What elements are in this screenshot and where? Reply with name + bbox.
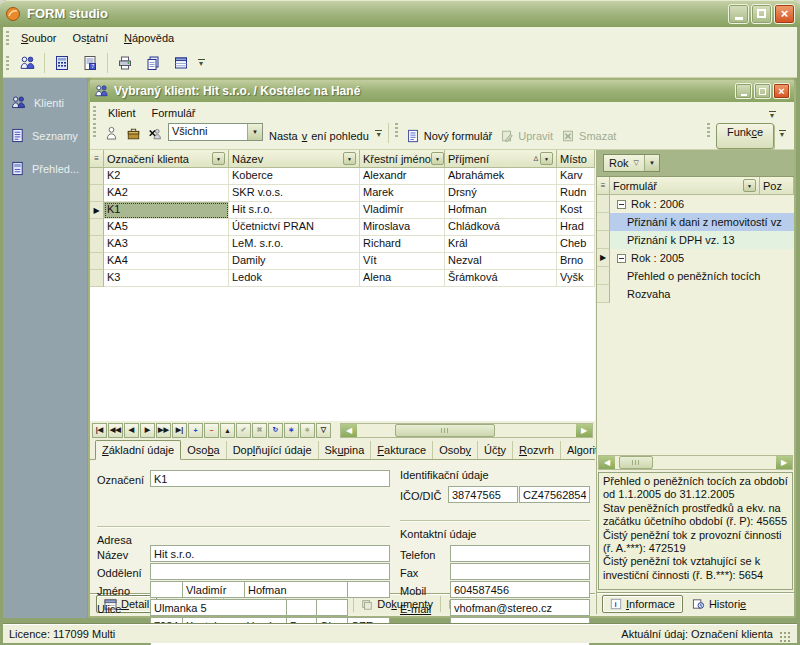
menu-ostatni[interactable]: Ostatní — [64, 30, 115, 46]
form-item-label[interactable]: Přiznání k DPH vz. 13 — [610, 231, 794, 249]
group-field-dropdown-button[interactable]: ▼ — [644, 155, 659, 171]
grid-corner-icon[interactable]: ≡ — [597, 177, 610, 195]
table-row-selected[interactable]: ▶ K1 Hit s.r.o. Vladimír Hofman Kost — [90, 202, 595, 219]
table-row[interactable]: KA2 SKR v.o.s. Marek Drsný Rudn — [90, 185, 595, 202]
cell-nazev[interactable]: LeM. s.r.o. — [229, 236, 360, 253]
column-header-poznamka[interactable]: Poz — [760, 177, 794, 195]
toolbar-grip[interactable] — [6, 31, 9, 45]
form-item-label[interactable]: Přiznání k dani z nemovitostí vz — [610, 213, 794, 231]
print-button[interactable] — [112, 50, 138, 75]
tab-fakturace[interactable]: Fakturace — [371, 441, 433, 459]
column-filter-button[interactable]: ▼ — [431, 152, 444, 165]
cell-oznaceni[interactable]: K3 — [104, 270, 229, 287]
grid-horizontal-scrollbar[interactable]: ◀ ▶ — [340, 423, 593, 438]
nav-last-button[interactable]: ▶| — [172, 423, 187, 438]
tab-skupina[interactable]: Skupina — [319, 441, 372, 459]
column-header-formular[interactable]: Formulář ▼ — [610, 177, 760, 195]
tab-rozvrh[interactable]: Rozvrh — [513, 441, 561, 459]
ico-field[interactable] — [448, 486, 518, 503]
scroll-right-icon[interactable]: ▶ — [776, 456, 792, 469]
mobil-field[interactable] — [450, 581, 590, 598]
tab-osoba[interactable]: Osoba — [181, 441, 226, 459]
cell-krestni[interactable]: Alena — [360, 270, 445, 287]
maximize-button[interactable] — [751, 4, 772, 24]
column-filter-button[interactable]: ▼ — [212, 152, 225, 165]
cell-oznaceni-selected[interactable]: K1 — [104, 202, 229, 219]
child-minimize-button[interactable] — [735, 83, 752, 99]
cell-nazev[interactable]: Ledok — [229, 270, 360, 287]
email-link-label[interactable]: E-mail — [400, 603, 431, 615]
tree-item-row[interactable]: Rozvaha — [597, 285, 794, 303]
cislo-orientacni-field[interactable] — [316, 599, 348, 616]
cell-misto[interactable]: Vyšk — [557, 270, 595, 287]
scrollbar-track[interactable] — [615, 456, 776, 469]
nav-insert-button[interactable]: + — [188, 423, 203, 438]
cell-prijmeni[interactable]: Chládková — [445, 219, 557, 236]
nav-delete-button[interactable]: − — [204, 423, 219, 438]
scroll-left-icon[interactable]: ◀ — [341, 424, 357, 437]
tab-doplnujici-udaje[interactable]: Doplňující údaje — [227, 441, 319, 459]
cell-prijmeni[interactable]: Král — [445, 236, 557, 253]
menu-formular[interactable]: Formulář — [144, 105, 204, 121]
toolbar-grip[interactable] — [93, 106, 96, 120]
sidebar-item-seznamy[interactable]: Seznamy — [3, 119, 87, 152]
forms-horizontal-scrollbar[interactable]: ◀ ▶ — [598, 455, 793, 470]
resize-grip[interactable] — [779, 631, 791, 643]
sidebar-item-prehled[interactable]: Přehled... — [3, 152, 87, 185]
menubar-overflow-button[interactable]: ▾ — [766, 104, 778, 124]
oddeleni-field[interactable] — [150, 563, 390, 580]
table-row[interactable]: K2 Koberce Alexandr Abrahámek Karv — [90, 168, 595, 185]
tree-group-row-current[interactable]: ▶ Rok : 2005 — [597, 249, 794, 267]
toolbar-grip[interactable] — [707, 123, 710, 137]
grid-corner-icon[interactable]: ≡ — [90, 150, 104, 168]
menu-klient[interactable]: Klient — [100, 105, 144, 121]
view-settings-button[interactable]: Nastavení pohledu — [265, 123, 373, 149]
cell-krestni[interactable]: Alexandr — [360, 168, 445, 185]
toolbar-overflow-button[interactable]: ▾ — [776, 123, 788, 143]
table-row[interactable]: KA5 Účetnictví PRAN Miroslava Chládková … — [90, 219, 595, 236]
combobox-dropdown-button[interactable]: ▼ — [247, 124, 262, 140]
close-button[interactable]: × — [774, 4, 795, 24]
delete-form-button[interactable]: Smazat — [557, 123, 620, 149]
ulice-field[interactable] — [150, 599, 287, 616]
cell-nazev[interactable]: SKR v.o.s. — [229, 185, 360, 202]
dic-field[interactable] — [519, 486, 590, 503]
form-item-label[interactable]: Rozvaha — [610, 285, 794, 303]
cell-nazev[interactable]: Hit s.r.o. — [229, 202, 360, 219]
column-header-krestni[interactable]: Křestní jméno ▼ — [360, 150, 445, 168]
column-header-prijmeni[interactable]: Příjmení ∆ ▼ — [445, 150, 557, 168]
toolbar-overflow-button[interactable]: ▾ — [195, 53, 207, 73]
nav-refresh-button[interactable]: ↻ — [268, 423, 283, 438]
filter-combobox[interactable]: Všichni ▼ — [168, 123, 263, 141]
nav-next-button[interactable]: ▶ — [140, 423, 155, 438]
nav-cancel-button[interactable]: ✖ — [252, 423, 267, 438]
cell-prijmeni[interactable]: Hofman — [445, 202, 557, 219]
company-filter-button[interactable] — [122, 123, 144, 144]
edit-form-button[interactable]: Upravit — [496, 123, 557, 149]
toolbar-grip[interactable] — [93, 123, 96, 137]
tab-zakladni-udaje[interactable]: Základní údaje — [95, 440, 181, 460]
toolbar-grip[interactable] — [6, 56, 9, 70]
nazev-field[interactable] — [150, 545, 390, 562]
tab-ucty[interactable]: Účty — [478, 441, 513, 459]
nav-edit-button[interactable]: ▲ — [220, 423, 235, 438]
column-header-nazev[interactable]: Název ▼ — [229, 150, 360, 168]
column-filter-button[interactable]: ▼ — [343, 152, 356, 165]
scrollbar-track[interactable] — [357, 424, 576, 437]
tree-item-row-selected[interactable]: Přiznání k dani z nemovitostí vz — [597, 213, 794, 231]
clear-filter-button[interactable] — [144, 123, 166, 144]
cell-oznaceni[interactable]: KA4 — [104, 253, 229, 270]
scrollbar-thumb[interactable] — [619, 456, 653, 469]
cell-misto[interactable]: Hrad — [557, 219, 595, 236]
cell-krestni[interactable]: Vít — [360, 253, 445, 270]
group-field-box[interactable]: Rok ▽ ▼ — [603, 154, 660, 172]
tab-historie-panel[interactable]: Historie — [685, 596, 753, 612]
nav-bookmark-button[interactable]: ∗ — [284, 423, 299, 438]
cell-prijmeni[interactable]: Šrámková — [445, 270, 557, 287]
cislo-popisne-field[interactable] — [286, 599, 317, 616]
table-row[interactable]: KA3 LeM. s.r.o. Richard Král Cheb — [90, 236, 595, 253]
cell-nazev[interactable]: Koberce — [229, 168, 360, 185]
column-filter-button[interactable]: ▼ — [743, 179, 756, 192]
email-field[interactable] — [450, 599, 590, 616]
toolbar-overflow-button[interactable]: ▾ — [373, 123, 385, 143]
